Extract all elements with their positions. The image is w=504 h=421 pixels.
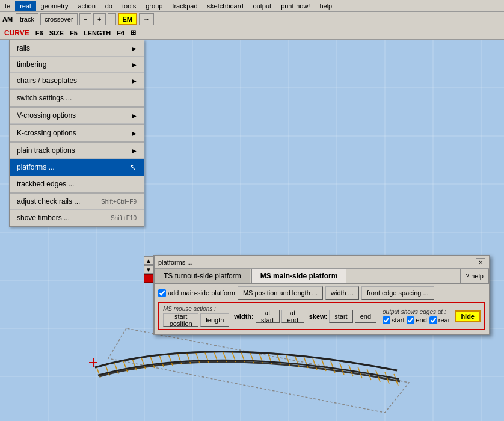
do-menu-item[interactable]: do	[100, 1, 117, 11]
timbering-item[interactable]: timbering ▶	[10, 57, 144, 73]
svg-line-37	[250, 351, 254, 363]
dialog-color-box[interactable]	[144, 274, 153, 283]
svg-line-40	[277, 353, 281, 364]
minus-button[interactable]: −	[79, 13, 91, 25]
size-label: SIZE	[48, 29, 66, 37]
rails-item[interactable]: rails ▶	[10, 40, 144, 57]
plain-track-item[interactable]: plain track options ▶	[10, 141, 144, 159]
dialog-title: platforms ...	[158, 259, 192, 266]
svg-line-33	[214, 351, 218, 362]
te-menu-item[interactable]: te	[0, 1, 15, 11]
rails-label: rails	[17, 44, 30, 52]
svg-line-38	[259, 352, 263, 363]
plus-button[interactable]: +	[93, 13, 105, 25]
dialog-up-arrow[interactable]: ▲	[144, 256, 153, 265]
svg-line-29	[177, 353, 182, 364]
dialog-down-arrow[interactable]: ▼	[144, 265, 153, 274]
tools-menu-item[interactable]: tools	[117, 1, 141, 11]
svg-line-23	[123, 361, 128, 372]
am-label: AM	[2, 16, 13, 23]
f6-label[interactable]: F6	[34, 29, 45, 37]
cursor-icon: ↖	[129, 162, 137, 172]
add-platform-checkbox-container: add main-side platform	[158, 289, 235, 297]
start-edge-checkbox[interactable]	[383, 316, 390, 324]
hide-button[interactable]: hide	[455, 310, 481, 322]
f5-label[interactable]: F5	[68, 29, 79, 37]
print-now-menu-item[interactable]: print-now!	[276, 1, 315, 11]
svg-line-20	[96, 366, 100, 378]
plain-track-arrow-icon: ▶	[132, 147, 137, 154]
svg-line-25	[141, 358, 146, 369]
trackbed-edges-label: trackbed edges ...	[17, 180, 74, 188]
sketchboard-menu-item[interactable]: sketchboard	[203, 1, 248, 11]
length-button[interactable]: length	[200, 313, 229, 327]
svg-line-47	[340, 363, 344, 375]
svg-line-32	[204, 351, 209, 363]
end-edge-label: end	[416, 316, 426, 324]
ms-tab[interactable]: MS main-side platform	[251, 269, 347, 283]
shove-timbers-label: shove timbers ...	[17, 214, 70, 222]
skew-start-button[interactable]: start	[329, 310, 352, 323]
svg-line-21	[105, 364, 109, 376]
crossover-button[interactable]: crossover	[40, 13, 78, 25]
switch-settings-item[interactable]: switch settings ...	[10, 89, 144, 106]
svg-line-50	[367, 369, 371, 380]
em-select-button[interactable]	[108, 13, 116, 25]
ts-tab[interactable]: TS turnout-side platform	[155, 269, 250, 283]
svg-line-52	[385, 372, 389, 384]
at-start-button[interactable]: at start	[256, 310, 280, 323]
adjust-check-item[interactable]: adjust check rails ... Shift+Ctrl+F9	[10, 192, 144, 210]
action-menu-item[interactable]: action	[73, 1, 100, 11]
k-crossing-item[interactable]: K-crossing options ▶	[10, 124, 144, 141]
toolbar: AM track crossover − + EM →	[0, 12, 504, 26]
mouse-actions-section: MS mouse actions : start position length…	[158, 302, 485, 330]
dialog-close-button[interactable]: ✕	[476, 258, 485, 266]
shove-timbers-item[interactable]: shove timbers ... Shift+F10	[10, 210, 144, 226]
dialog-content-area: add main-side platform MS position and l…	[155, 284, 489, 334]
v-crossing-label: V-crossing options	[17, 111, 76, 120]
track-button[interactable]: track	[16, 13, 38, 25]
svg-line-35	[232, 351, 236, 362]
ms-position-button[interactable]: MS position and length ...	[238, 286, 323, 300]
toolbar2: CURVE F6 SIZE F5 LENGTH F4 ⊞	[0, 26, 504, 40]
dialog-tabs-row: TS turnout-side platform MS main-side pl…	[155, 269, 489, 284]
f4-label[interactable]: F4	[115, 29, 126, 37]
em-button[interactable]: EM	[118, 13, 138, 25]
svg-line-26	[150, 357, 155, 368]
output-menu-item[interactable]: output	[248, 1, 277, 11]
trackbed-edges-item[interactable]: trackbed edges ...	[10, 176, 144, 192]
svg-line-27	[159, 355, 164, 367]
platforms-label: platforms ...	[17, 163, 55, 171]
skew-section: skew: start end	[309, 310, 376, 323]
output-checkboxes: start end rear	[383, 316, 450, 324]
svg-line-24	[132, 359, 137, 370]
width-button[interactable]: width ...	[325, 286, 359, 300]
add-platform-checkbox[interactable]	[158, 289, 166, 297]
geometry-menu-item[interactable]: geometry	[36, 1, 73, 11]
v-crossing-item[interactable]: V-crossing options ▶	[10, 106, 144, 124]
platform-dialog: ▲ ▼ platforms ... ✕ TS turnout-side plat…	[153, 255, 490, 335]
group-menu-item[interactable]: group	[141, 1, 167, 11]
platforms-item[interactable]: platforms ... ↖	[10, 159, 144, 176]
arrow-button[interactable]: →	[139, 13, 154, 25]
mouse-actions-left: MS mouse actions : start position length	[163, 306, 229, 327]
at-end-button[interactable]: at end	[281, 310, 304, 323]
start-position-button[interactable]: start position	[163, 313, 198, 327]
chairs-item[interactable]: chairs / baseplates ▶	[10, 73, 144, 89]
help-button[interactable]: ? help	[460, 269, 489, 283]
ms-mouse-actions-label: MS mouse actions :	[163, 306, 229, 312]
svg-line-34	[223, 351, 227, 362]
skew-end-button[interactable]: end	[355, 310, 376, 323]
trackpad-menu-item[interactable]: trackpad	[167, 1, 202, 11]
rear-edge-label: rear	[438, 316, 450, 324]
real-menu-item[interactable]: real	[15, 1, 35, 11]
dialog-row-1: add main-side platform MS position and l…	[158, 286, 485, 300]
output-label: output shows edges at :	[383, 309, 450, 315]
end-edge-checkbox[interactable]	[407, 316, 414, 324]
chairs-label: chairs / baseplates	[17, 76, 77, 85]
svg-line-22	[114, 363, 118, 374]
grid-icon[interactable]: ⊞	[129, 28, 138, 37]
front-edge-button[interactable]: front edge spacing ...	[361, 286, 434, 300]
help-menu-item[interactable]: help	[315, 1, 337, 11]
rear-edge-checkbox[interactable]	[429, 316, 437, 324]
